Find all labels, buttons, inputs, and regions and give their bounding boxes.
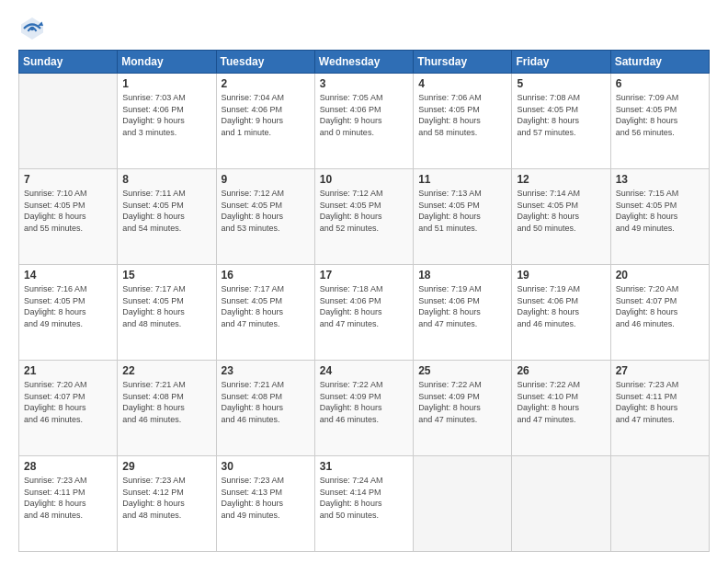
day-info: Sunrise: 7:18 AM Sunset: 4:06 PM Dayligh… [320, 283, 408, 329]
calendar-cell: 10Sunrise: 7:12 AM Sunset: 4:05 PM Dayli… [314, 169, 413, 265]
logo [18, 15, 50, 42]
day-info: Sunrise: 7:17 AM Sunset: 4:05 PM Dayligh… [222, 283, 310, 329]
day-number: 31 [320, 460, 408, 473]
calendar-week-row: 14Sunrise: 7:16 AM Sunset: 4:05 PM Dayli… [19, 265, 710, 361]
day-info: Sunrise: 7:22 AM Sunset: 4:09 PM Dayligh… [418, 379, 506, 425]
calendar-cell: 27Sunrise: 7:23 AM Sunset: 4:11 PM Dayli… [610, 361, 709, 456]
day-number: 12 [517, 173, 605, 186]
calendar-cell [19, 74, 118, 169]
day-number: 25 [418, 364, 506, 377]
day-info: Sunrise: 7:23 AM Sunset: 4:11 PM Dayligh… [24, 475, 112, 521]
day-number: 16 [222, 269, 310, 282]
calendar-cell: 4Sunrise: 7:06 AM Sunset: 4:05 PM Daylig… [414, 74, 512, 169]
day-number: 15 [122, 269, 210, 282]
day-number: 7 [24, 173, 112, 186]
page: SundayMondayTuesdayWednesdayThursdayFrid… [0, 0, 728, 563]
calendar-cell: 24Sunrise: 7:22 AM Sunset: 4:09 PM Dayli… [314, 361, 413, 456]
day-number: 11 [418, 173, 506, 186]
calendar-cell: 1Sunrise: 7:03 AM Sunset: 4:06 PM Daylig… [118, 74, 216, 169]
calendar-cell: 15Sunrise: 7:17 AM Sunset: 4:05 PM Dayli… [118, 265, 216, 361]
day-of-week-header: Saturday [610, 51, 709, 74]
day-info: Sunrise: 7:19 AM Sunset: 4:06 PM Dayligh… [517, 283, 605, 329]
day-info: Sunrise: 7:24 AM Sunset: 4:14 PM Dayligh… [320, 475, 408, 521]
calendar-cell: 16Sunrise: 7:17 AM Sunset: 4:05 PM Dayli… [216, 265, 314, 361]
day-info: Sunrise: 7:05 AM Sunset: 4:06 PM Dayligh… [320, 92, 408, 138]
calendar-week-row: 1Sunrise: 7:03 AM Sunset: 4:06 PM Daylig… [19, 74, 710, 169]
day-number: 23 [222, 364, 310, 377]
day-of-week-header: Sunday [19, 51, 118, 74]
day-number: 5 [517, 77, 605, 90]
calendar-cell: 3Sunrise: 7:05 AM Sunset: 4:06 PM Daylig… [314, 74, 413, 169]
calendar-cell: 5Sunrise: 7:08 AM Sunset: 4:05 PM Daylig… [512, 74, 610, 169]
calendar-week-row: 7Sunrise: 7:10 AM Sunset: 4:05 PM Daylig… [19, 169, 710, 265]
day-info: Sunrise: 7:21 AM Sunset: 4:08 PM Dayligh… [122, 379, 210, 425]
calendar-table: SundayMondayTuesdayWednesdayThursdayFrid… [18, 50, 710, 552]
calendar-cell: 22Sunrise: 7:21 AM Sunset: 4:08 PM Dayli… [118, 361, 216, 456]
calendar-cell: 19Sunrise: 7:19 AM Sunset: 4:06 PM Dayli… [512, 265, 610, 361]
day-info: Sunrise: 7:04 AM Sunset: 4:06 PM Dayligh… [222, 92, 310, 138]
day-info: Sunrise: 7:03 AM Sunset: 4:06 PM Dayligh… [122, 92, 210, 138]
day-info: Sunrise: 7:12 AM Sunset: 4:05 PM Dayligh… [222, 188, 310, 234]
day-number: 30 [222, 460, 310, 473]
calendar-cell: 20Sunrise: 7:20 AM Sunset: 4:07 PM Dayli… [610, 265, 709, 361]
svg-point-1 [30, 27, 35, 31]
calendar-cell: 28Sunrise: 7:23 AM Sunset: 4:11 PM Dayli… [19, 456, 118, 552]
calendar-cell: 8Sunrise: 7:11 AM Sunset: 4:05 PM Daylig… [118, 169, 216, 265]
day-info: Sunrise: 7:20 AM Sunset: 4:07 PM Dayligh… [24, 379, 112, 425]
calendar-cell: 23Sunrise: 7:21 AM Sunset: 4:08 PM Dayli… [216, 361, 314, 456]
day-number: 22 [122, 364, 210, 377]
day-of-week-header: Tuesday [216, 51, 314, 74]
calendar-cell [414, 456, 512, 552]
day-info: Sunrise: 7:08 AM Sunset: 4:05 PM Dayligh… [517, 92, 605, 138]
day-number: 6 [616, 77, 704, 90]
day-number: 1 [122, 77, 210, 90]
day-number: 24 [320, 364, 408, 377]
day-number: 13 [616, 173, 704, 186]
day-of-week-header: Wednesday [314, 51, 413, 74]
day-number: 29 [122, 460, 210, 473]
day-info: Sunrise: 7:14 AM Sunset: 4:05 PM Dayligh… [517, 188, 605, 234]
calendar-week-row: 21Sunrise: 7:20 AM Sunset: 4:07 PM Dayli… [19, 361, 710, 456]
day-info: Sunrise: 7:16 AM Sunset: 4:05 PM Dayligh… [24, 283, 112, 329]
calendar-cell: 21Sunrise: 7:20 AM Sunset: 4:07 PM Dayli… [19, 361, 118, 456]
day-number: 21 [24, 364, 112, 377]
calendar-cell: 30Sunrise: 7:23 AM Sunset: 4:13 PM Dayli… [216, 456, 314, 552]
calendar-cell: 7Sunrise: 7:10 AM Sunset: 4:05 PM Daylig… [19, 169, 118, 265]
day-info: Sunrise: 7:23 AM Sunset: 4:13 PM Dayligh… [222, 475, 310, 521]
day-info: Sunrise: 7:11 AM Sunset: 4:05 PM Dayligh… [122, 188, 210, 234]
day-info: Sunrise: 7:23 AM Sunset: 4:12 PM Dayligh… [122, 475, 210, 521]
calendar-cell: 9Sunrise: 7:12 AM Sunset: 4:05 PM Daylig… [216, 169, 314, 265]
day-info: Sunrise: 7:09 AM Sunset: 4:05 PM Dayligh… [616, 92, 704, 138]
day-info: Sunrise: 7:10 AM Sunset: 4:05 PM Dayligh… [24, 188, 112, 234]
calendar-header: SundayMondayTuesdayWednesdayThursdayFrid… [19, 51, 710, 74]
calendar-cell: 18Sunrise: 7:19 AM Sunset: 4:06 PM Dayli… [414, 265, 512, 361]
day-info: Sunrise: 7:13 AM Sunset: 4:05 PM Dayligh… [418, 188, 506, 234]
day-number: 14 [24, 269, 112, 282]
calendar-cell: 13Sunrise: 7:15 AM Sunset: 4:05 PM Dayli… [610, 169, 709, 265]
day-of-week-header: Thursday [414, 51, 512, 74]
day-info: Sunrise: 7:12 AM Sunset: 4:05 PM Dayligh… [320, 188, 408, 234]
calendar-cell: 12Sunrise: 7:14 AM Sunset: 4:05 PM Dayli… [512, 169, 610, 265]
day-number: 20 [616, 269, 704, 282]
day-info: Sunrise: 7:22 AM Sunset: 4:10 PM Dayligh… [517, 379, 605, 425]
day-number: 8 [122, 173, 210, 186]
calendar-cell: 6Sunrise: 7:09 AM Sunset: 4:05 PM Daylig… [610, 74, 709, 169]
day-number: 3 [320, 77, 408, 90]
day-number: 4 [418, 77, 506, 90]
day-number: 9 [222, 173, 310, 186]
day-number: 18 [418, 269, 506, 282]
day-number: 2 [222, 77, 310, 90]
calendar-cell: 2Sunrise: 7:04 AM Sunset: 4:06 PM Daylig… [216, 74, 314, 169]
calendar-week-row: 28Sunrise: 7:23 AM Sunset: 4:11 PM Dayli… [19, 456, 710, 552]
calendar-cell: 11Sunrise: 7:13 AM Sunset: 4:05 PM Dayli… [414, 169, 512, 265]
calendar-cell: 29Sunrise: 7:23 AM Sunset: 4:12 PM Dayli… [118, 456, 216, 552]
day-info: Sunrise: 7:06 AM Sunset: 4:05 PM Dayligh… [418, 92, 506, 138]
header-row: SundayMondayTuesdayWednesdayThursdayFrid… [19, 51, 710, 74]
day-info: Sunrise: 7:23 AM Sunset: 4:11 PM Dayligh… [616, 379, 704, 425]
day-info: Sunrise: 7:17 AM Sunset: 4:05 PM Dayligh… [122, 283, 210, 329]
day-number: 17 [320, 269, 408, 282]
day-info: Sunrise: 7:15 AM Sunset: 4:05 PM Dayligh… [616, 188, 704, 234]
header [18, 15, 710, 42]
calendar-cell [610, 456, 709, 552]
day-of-week-header: Friday [512, 51, 610, 74]
